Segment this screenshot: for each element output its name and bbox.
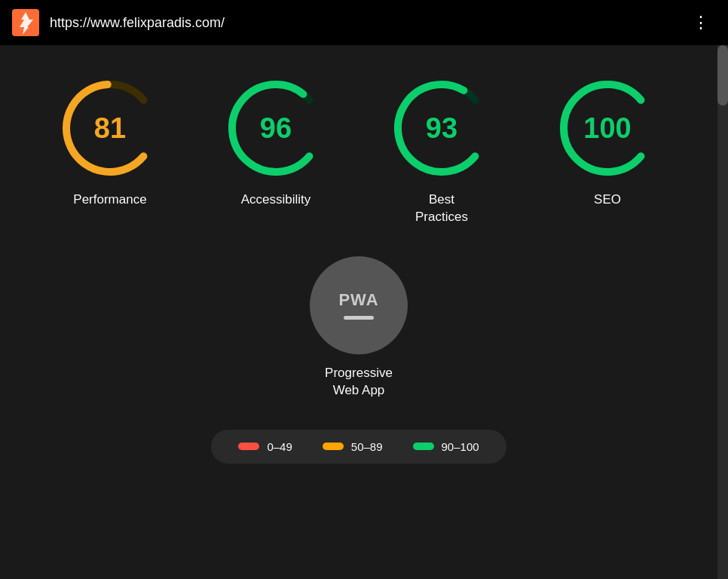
scrollbar[interactable] bbox=[717, 45, 728, 579]
legend-item: 90–100 bbox=[413, 440, 479, 453]
gauge-number: 96 bbox=[260, 112, 292, 145]
score-label: Accessibility bbox=[241, 191, 311, 209]
score-label: Performance bbox=[73, 191, 146, 209]
gauge-container: 96 bbox=[223, 75, 329, 181]
score-row: 81Performance 96Accessibility 93BestPrac… bbox=[15, 75, 702, 226]
gauge-number: 81 bbox=[94, 112, 126, 145]
pwa-circle: PWA bbox=[310, 256, 408, 354]
legend: 0–4950–8990–100 bbox=[211, 430, 506, 464]
score-item-accessibility: 96Accessibility bbox=[193, 75, 359, 209]
pwa-label: ProgressiveWeb App bbox=[325, 365, 393, 400]
legend-color-dot bbox=[413, 443, 434, 450]
pwa-section: PWA ProgressiveWeb App bbox=[310, 256, 408, 400]
score-item-performance: 81Performance bbox=[27, 75, 193, 209]
gauge-container: 93 bbox=[389, 75, 494, 181]
score-item-best-practices: 93BestPractices bbox=[359, 75, 525, 226]
score-label: BestPractices bbox=[415, 191, 468, 226]
gauge-container: 100 bbox=[555, 75, 660, 181]
pwa-dash bbox=[344, 316, 374, 320]
gauge-container: 81 bbox=[57, 75, 163, 181]
scrollbar-thumb[interactable] bbox=[717, 45, 728, 106]
menu-icon[interactable]: ⋮ bbox=[693, 13, 710, 32]
lighthouse-icon bbox=[12, 9, 39, 36]
legend-color-dot bbox=[238, 443, 259, 450]
main-content: 81Performance 96Accessibility 93BestPrac… bbox=[0, 45, 717, 479]
legend-color-dot bbox=[323, 443, 344, 450]
gauge-number: 100 bbox=[583, 112, 631, 145]
topbar: https://www.felixparadis.com/ ⋮ bbox=[0, 0, 728, 45]
legend-range-label: 0–49 bbox=[267, 440, 292, 453]
gauge-number: 93 bbox=[426, 112, 457, 145]
legend-range-label: 90–100 bbox=[442, 440, 479, 453]
pwa-text: PWA bbox=[338, 290, 378, 310]
legend-item: 50–89 bbox=[323, 440, 383, 453]
legend-range-label: 50–89 bbox=[351, 440, 383, 453]
url-bar[interactable]: https://www.felixparadis.com/ bbox=[50, 15, 682, 31]
score-label: SEO bbox=[594, 191, 621, 209]
score-item-seo: 100SEO bbox=[525, 75, 690, 209]
legend-item: 0–49 bbox=[238, 440, 292, 453]
